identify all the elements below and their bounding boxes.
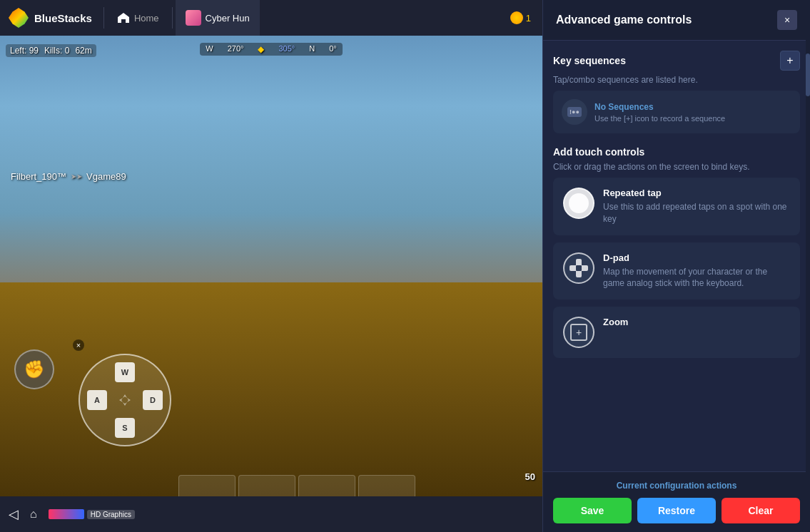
touch-controls-desc: Click or drag the actions on the screen … [553,162,800,172]
dpad-center-icon [118,393,132,407]
w-key[interactable]: W [115,362,135,382]
arrow-icon: ➤➤ [71,173,82,180]
bottom-bar: ◁ ⌂ HD Graphics [0,496,542,532]
footer-label: Current configuration actions [553,481,800,491]
compass-e: 0° [329,44,337,54]
repeated-tap-desc: Use this to add repeated taps on a spot … [603,201,790,225]
zoom-plus-icon: + [576,327,582,337]
no-sequences-text: No Sequences Use the [+] icon to record … [594,102,725,123]
scrollbar-thumb[interactable] [806,53,810,96]
panel-header: Advanced game controls × [543,0,810,41]
dpad-shape [569,259,588,277]
zoom-card[interactable]: + Zoom [553,307,800,358]
player-name-display: Filbert_190™ ➤➤ Vgame89 [11,171,126,182]
kill-count-badge: 50 [525,471,535,482]
svg-marker-1 [123,402,127,406]
tap-circle-icon [569,193,589,213]
dpad-icon [563,252,594,284]
zoom-content: Zoom [603,317,790,330]
app-name: BlueStacks [34,12,92,24]
save-button[interactable]: Save [553,498,632,523]
svg-marker-3 [127,398,131,402]
player1-name: Filbert_190™ [11,171,66,182]
svg-marker-0 [123,394,127,398]
dpad-desc: Map the movement of your character or th… [603,266,790,290]
repeated-tap-card[interactable]: Repeated tap Use this to add repeated ta… [553,178,800,235]
game-label: HD Graphics [49,509,135,519]
key-sequences-title: Key sequences [553,55,626,66]
a-key[interactable]: A [87,390,107,410]
zoom-name: Zoom [603,317,790,327]
compass: W 270° ◆ 305° N 0° [200,43,342,56]
fist-icon: ✊ [24,359,45,379]
game-tab[interactable]: Cyber Hun [176,0,260,36]
repeated-tap-name: Repeated tap [603,188,790,198]
touch-controls-title: Add touch controls [553,146,644,158]
game-viewport: BlueStacks Home Cyber Hun 1 Left: 99 Kil… [0,0,542,532]
compass-w: W [206,44,213,54]
game-tab-icon [186,10,201,26]
svg-marker-2 [119,398,123,402]
panel-footer: Current configuration actions Save Resto… [543,471,810,532]
compass-bar: W 270° ◆ 305° N 0° [0,43,542,56]
touch-controls-header: Add touch controls [553,146,800,158]
home-tab[interactable]: Home [107,0,169,36]
restore-button[interactable]: Restore [637,498,716,523]
dpad-card[interactable]: D-pad Map the movement of your character… [553,242,800,300]
divider2 [172,7,173,29]
action-button[interactable]: ✊ [14,349,54,389]
sequence-icon: !●● [562,99,587,125]
zoom-shape: + [570,324,587,341]
dpad-center [576,265,582,271]
advanced-controls-panel: Advanced game controls × Key sequences +… [542,0,810,532]
touch-controls-section: Add touch controls Click or drag the act… [553,146,800,358]
compass-n: N [309,44,315,54]
wasd-center [116,392,133,409]
panel-title: Advanced game controls [556,14,692,26]
sequence-icon-inner: !●● [567,107,582,117]
player2-name: Vgame89 [86,171,126,182]
key-sequences-header: Key sequences + [553,51,800,71]
close-button[interactable]: × [777,10,797,30]
coin-icon [510,11,523,24]
divider [103,7,104,29]
compass-270: 270° [228,44,244,54]
key-sequences-desc: Tap/combo sequences are listed here. [553,75,800,85]
zoom-icon: + [563,317,594,348]
d-key[interactable]: D [143,390,163,410]
compass-diamond: ◆ [258,44,264,54]
wasd-close-btn[interactable]: × [73,339,84,351]
key-sequences-section: Key sequences + Tap/combo sequences are … [553,51,800,133]
hd-badge: HD Graphics [87,510,135,519]
home-tab-label: Home [134,13,159,24]
coin-count: 1 [526,13,531,24]
scrollbar-track[interactable] [806,39,810,493]
game-logo [49,509,84,519]
footer-actions: Save Restore Clear [553,498,800,523]
game-tab-label: Cyber Hun [206,13,250,24]
no-sequences-title: No Sequences [594,102,725,112]
panel-body: Key sequences + Tap/combo sequences are … [543,41,810,471]
s-key[interactable]: S [115,418,135,438]
back-button[interactable]: ◁ [9,506,19,522]
add-sequence-button[interactable]: + [780,51,800,71]
wasd-control[interactable]: × W A S D [79,354,171,446]
no-sequences-card: !●● No Sequences Use the [+] icon to rec… [553,91,800,133]
clear-button[interactable]: Clear [722,498,800,523]
wasd-ring: W A S D [79,354,171,446]
repeated-tap-content: Repeated tap Use this to add repeated ta… [603,188,790,225]
bluestacks-logo-icon [9,8,29,28]
repeated-tap-icon [563,188,594,219]
no-sequences-desc: Use the [+] icon to record a sequence [594,114,725,123]
home-button[interactable]: ⌂ [30,508,37,521]
top-bar: BlueStacks Home Cyber Hun 1 [0,0,542,36]
dpad-name: D-pad [603,252,790,263]
dpad-content: D-pad Map the movement of your character… [603,252,790,290]
home-icon [117,12,130,24]
app-logo: BlueStacks [0,8,101,28]
compass-305: 305° [278,44,295,54]
